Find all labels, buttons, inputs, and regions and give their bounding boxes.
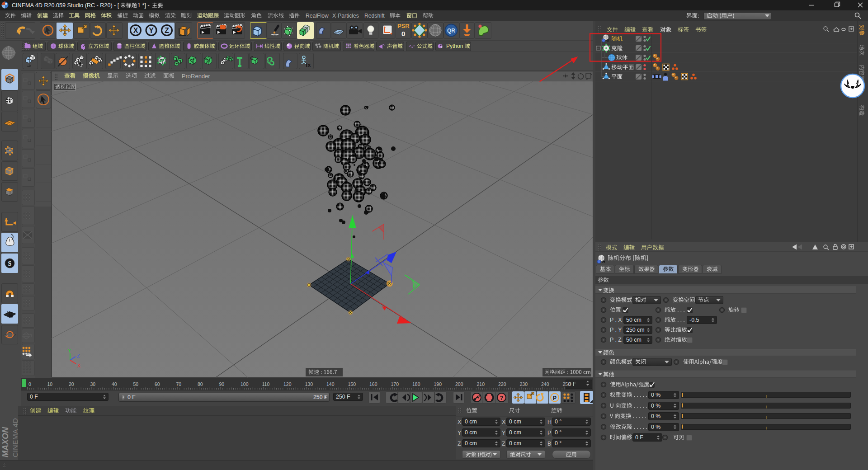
svg-text:MAXON: MAXON bbox=[1, 427, 10, 457]
svg-text:CINEMA 4D: CINEMA 4D bbox=[11, 418, 19, 457]
